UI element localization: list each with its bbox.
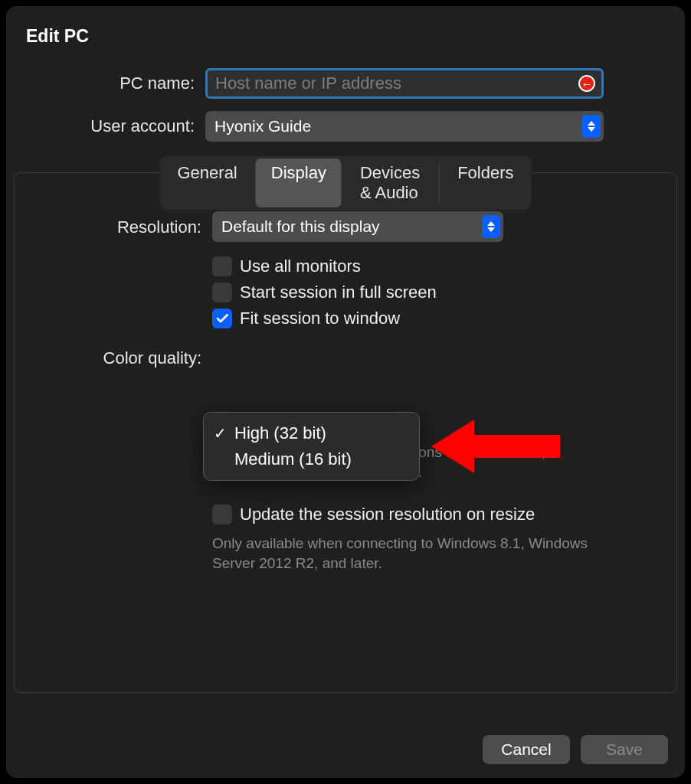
checkbox-unchecked-icon	[212, 283, 232, 302]
resolution-label: Resolution:	[28, 211, 212, 237]
user-account-row: User account: Hyonix Guide	[14, 111, 677, 142]
svg-marker-0	[588, 121, 595, 126]
checkmark-icon: ✓	[211, 424, 228, 443]
user-account-select[interactable]: Hyonix Guide	[205, 111, 604, 142]
resolution-value: Default for this display	[221, 217, 380, 236]
pc-name-input[interactable]: Host name or IP address ←	[205, 68, 604, 99]
svg-marker-4	[431, 420, 560, 473]
update-on-resize-label: Update the session resolution on resize	[240, 505, 535, 524]
svg-marker-3	[487, 227, 495, 232]
tab-display[interactable]: Display	[256, 158, 342, 207]
user-account-value: Hyonix Guide	[215, 117, 311, 136]
fit-window-label: Fit session to window	[240, 309, 400, 328]
tab-general[interactable]: General	[162, 158, 252, 207]
window-title: Edit PC	[26, 26, 677, 47]
error-icon: ←	[578, 75, 595, 92]
svg-marker-1	[588, 127, 595, 132]
pc-name-placeholder: Host name or IP address	[215, 74, 401, 93]
resolution-select[interactable]: Default for this display	[212, 211, 503, 242]
stepper-icon	[482, 215, 500, 238]
save-button[interactable]: Save	[581, 735, 668, 764]
use-all-monitors-option[interactable]: Use all monitors	[212, 256, 437, 276]
color-quality-option-medium[interactable]: Medium (16 bit)	[204, 446, 419, 472]
checkbox-checked-icon	[212, 309, 232, 328]
edit-pc-window: Edit PC PC name: Host name or IP address…	[6, 6, 685, 778]
color-quality-dropdown: ✓ High (32 bit) Medium (16 bit)	[203, 412, 420, 481]
stepper-icon	[582, 115, 601, 138]
cancel-button[interactable]: Cancel	[483, 735, 570, 764]
tab-devices-audio[interactable]: Devices & Audio	[345, 158, 436, 207]
dialog-footer: Cancel Save	[483, 735, 668, 764]
color-quality-label: Color quality:	[28, 342, 212, 368]
color-quality-option-high[interactable]: ✓ High (32 bit)	[204, 420, 419, 446]
color-quality-option-medium-label: Medium (16 bit)	[234, 449, 352, 469]
update-on-resize-option[interactable]: Update the session resolution on resize	[212, 505, 603, 524]
full-screen-label: Start session in full screen	[240, 283, 437, 302]
display-tab-content: Resolution: Default for this display	[28, 173, 663, 573]
full-screen-option[interactable]: Start session in full screen	[212, 283, 437, 302]
use-all-monitors-label: Use all monitors	[240, 256, 361, 276]
pc-name-label: PC name:	[14, 74, 205, 93]
fit-window-option[interactable]: Fit session to window	[212, 309, 437, 328]
checkbox-unchecked-icon	[212, 505, 232, 524]
color-quality-option-high-label: High (32 bit)	[234, 423, 326, 443]
svg-marker-2	[487, 221, 495, 226]
pc-name-row: PC name: Host name or IP address ←	[14, 68, 677, 99]
annotation-arrow-icon	[431, 413, 562, 479]
tab-bar: General Display Devices & Audio Folders	[159, 156, 531, 210]
tab-folders[interactable]: Folders	[442, 158, 529, 207]
checkbox-unchecked-icon	[212, 256, 232, 276]
user-account-label: User account:	[14, 116, 205, 136]
update-on-resize-note: Only available when connecting to Window…	[212, 534, 603, 573]
